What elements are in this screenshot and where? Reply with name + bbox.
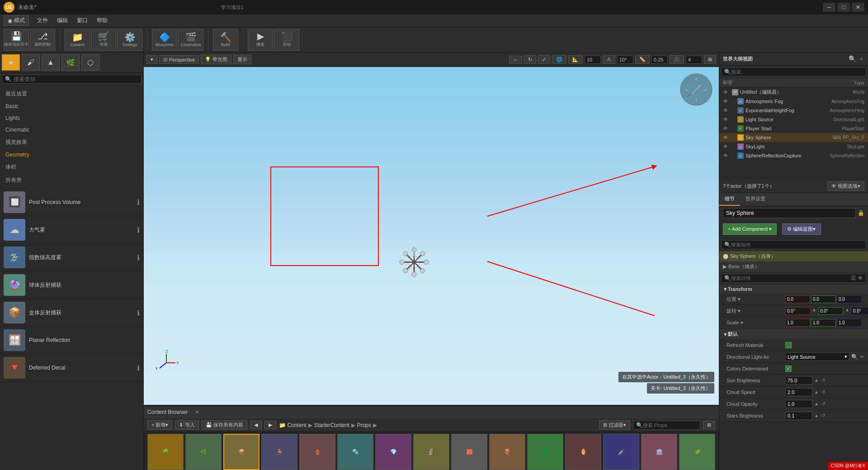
outline-search-input[interactable] — [731, 69, 863, 75]
visibility-icon[interactable]: 👁 — [723, 125, 728, 132]
outline-view-options-button[interactable]: 👁 视图选项▾ — [827, 181, 864, 191]
scale-snap-input[interactable] — [651, 56, 668, 64]
camera-speed-input[interactable] — [686, 56, 702, 64]
sky-sphere-component[interactable]: ⬤ Sky Sphere（自身） — [719, 251, 868, 261]
cloud-opacity-reset-icon[interactable]: ↺ — [821, 401, 825, 406]
scale-button[interactable]: ⤢ — [538, 55, 550, 64]
landscape-tool-button[interactable]: ▲ — [42, 54, 60, 71]
place-tool-button[interactable]: ● — [2, 54, 20, 71]
lock-icon[interactable]: 🔒 — [858, 210, 864, 216]
category-geometry[interactable]: Geometry — [0, 149, 143, 161]
viewport-options-button[interactable]: ▾ — [146, 55, 157, 64]
save-current-level-button[interactable]: 💾 保存当前关卡 — [4, 29, 29, 51]
box-reflect-info-icon[interactable]: ℹ — [137, 309, 140, 317]
play-button[interactable]: ▶ 播放 — [248, 29, 273, 51]
category-basic[interactable]: Basic — [0, 100, 143, 112]
stars-brightness-up-arrow[interactable]: ▲ — [813, 413, 820, 418]
new-asset-button[interactable]: + 新增▾ — [147, 420, 172, 430]
prop-eye-icon[interactable]: 👁 — [858, 275, 863, 281]
pos-y-input[interactable] — [811, 295, 836, 303]
tab-world-settings[interactable]: 世界设置 — [740, 193, 771, 206]
deferred-decal-info-icon[interactable]: ℹ — [137, 364, 140, 372]
grid-snap-input[interactable] — [585, 56, 601, 64]
stars-brightness-reset-icon[interactable]: ↺ — [821, 413, 825, 418]
colors-determined-checkbox[interactable]: ✓ — [785, 366, 792, 372]
list-item[interactable]: ☁ 大气雾 ℹ — [0, 216, 143, 244]
object-name-input[interactable] — [723, 208, 856, 218]
visibility-icon[interactable]: 👁 — [723, 152, 728, 159]
nav-back-button[interactable]: ◀ — [250, 421, 262, 429]
breadcrumb-content[interactable]: Content — [288, 422, 307, 428]
visibility-icon[interactable]: 👁 — [723, 116, 728, 123]
angle-snap-button[interactable]: ⚠ — [603, 55, 615, 64]
launch-button[interactable]: ⬛ 启动 — [274, 29, 299, 51]
outline-actor-row[interactable]: 👁 P Player Start PlayerStart — [719, 124, 868, 133]
add-component-button[interactable]: + Add Component ▾ — [723, 223, 777, 235]
rot-x-up-arrow[interactable]: ▲ — [811, 307, 817, 315]
asset-thumb[interactable]: 🌳 — [147, 434, 184, 470]
category-lights[interactable]: Lights — [0, 112, 143, 124]
world-local-button[interactable]: 🌐 — [552, 55, 566, 64]
directional-edit-icon[interactable]: ✏ — [860, 354, 864, 360]
lighting-button[interactable]: 💡 带光照 — [201, 55, 231, 64]
maximize-viewport-button[interactable]: ⊞ — [704, 55, 716, 64]
asset-thumb[interactable]: 🪑 — [261, 434, 297, 470]
list-item[interactable]: 🌫 指数级高度雾 ℹ — [0, 244, 143, 271]
pos-z-input[interactable] — [837, 295, 862, 303]
list-item[interactable]: 🔲 Post Process Volume ℹ — [0, 189, 143, 216]
sun-brightness-up-arrow[interactable]: ▲ — [813, 378, 820, 383]
breadcrumb-starter[interactable]: StarterContent — [314, 422, 349, 428]
show-button[interactable]: 显示 — [233, 55, 251, 64]
visibility-icon[interactable]: 👁 — [723, 107, 728, 114]
category-recent[interactable]: 最近放置 — [0, 87, 143, 100]
asset-thumb[interactable]: 🗿 — [413, 434, 449, 470]
asset-thumb[interactable]: ⚱️ — [565, 434, 601, 470]
source-control-button[interactable]: ⎇ 源码控制 — [30, 29, 55, 51]
asset-thumb[interactable]: 💎 — [375, 434, 411, 470]
category-visual[interactable]: 视觉效果 — [0, 136, 143, 149]
minimize-button[interactable]: ─ — [823, 3, 835, 12]
prop-list-view-icon[interactable]: ☰ — [851, 275, 856, 281]
close-button[interactable]: ✕ — [852, 3, 864, 12]
rot-y-up-arrow[interactable]: ▲ — [844, 307, 850, 315]
outline-actor-row[interactable]: 👁 S SphereReflectionCapture SphereReflec… — [719, 151, 868, 160]
directional-search-icon[interactable]: 🔍 — [851, 354, 858, 360]
asset-thumb[interactable]: 🌾 — [679, 434, 715, 470]
visibility-icon[interactable]: 👁 — [723, 98, 728, 104]
maximize-button[interactable]: □ — [837, 3, 850, 12]
refresh-material-checkbox[interactable] — [785, 342, 792, 348]
outline-actor-row[interactable]: 👁 W Untitled（编辑器） World — [719, 87, 868, 97]
foliage-tool-button[interactable]: 🌿 — [61, 54, 80, 71]
menu-window[interactable]: 窗口 — [72, 15, 92, 26]
rotation-label[interactable]: 旋转 ▾ — [726, 308, 785, 314]
outline-actor-row[interactable]: 👁 S Sky Sphere 编辑 BP_Sky_S — [719, 133, 868, 142]
category-all[interactable]: 所有类 — [0, 174, 143, 187]
perspective-button[interactable]: ◎ Perspective — [159, 55, 199, 64]
settings-button[interactable]: ⚙️ Settings — [117, 29, 142, 51]
position-label[interactable]: 位置 ▾ — [726, 296, 785, 303]
content-search-input[interactable] — [643, 423, 697, 428]
translate-button[interactable]: ↔ — [509, 56, 522, 64]
content-browser-close-icon[interactable]: ✕ — [195, 409, 199, 415]
cloud-opacity-input[interactable] — [785, 400, 812, 408]
scale-x-input[interactable] — [785, 319, 810, 327]
view-settings-button[interactable]: ⊞ — [703, 421, 715, 429]
cloud-speed-reset-icon[interactable]: ↺ — [821, 389, 825, 394]
scale-y-input[interactable] — [811, 319, 836, 327]
category-search-input[interactable] — [14, 76, 138, 82]
category-cinematic[interactable]: Cinematic — [0, 124, 143, 136]
cloud-speed-up-arrow[interactable]: ▲ — [813, 389, 820, 394]
list-item[interactable]: 🔻 Deferred Decal ℹ — [0, 354, 143, 382]
transform-section-header[interactable]: ▼ Transform — [719, 285, 868, 294]
rot-y-input[interactable] — [818, 307, 843, 315]
blueprints-button[interactable]: 🔷 Blueprints — [152, 29, 177, 51]
rot-z-input[interactable] — [851, 307, 868, 315]
outline-actor-row[interactable]: 👁 S SkyLight SkyLight — [719, 142, 868, 151]
camera-speed-button[interactable]: 🎥 — [670, 55, 684, 64]
asset-thumb[interactable]: 🪵 — [489, 434, 525, 470]
list-item[interactable]: 🪟 Planar Reflection — [0, 327, 143, 354]
visibility-icon[interactable]: 👁 — [723, 134, 728, 141]
outline-settings-button[interactable]: + — [859, 54, 864, 63]
category-volume[interactable]: 体积 — [0, 161, 143, 174]
list-item[interactable]: 📦 盒体反射捕获 ℹ — [0, 299, 143, 327]
